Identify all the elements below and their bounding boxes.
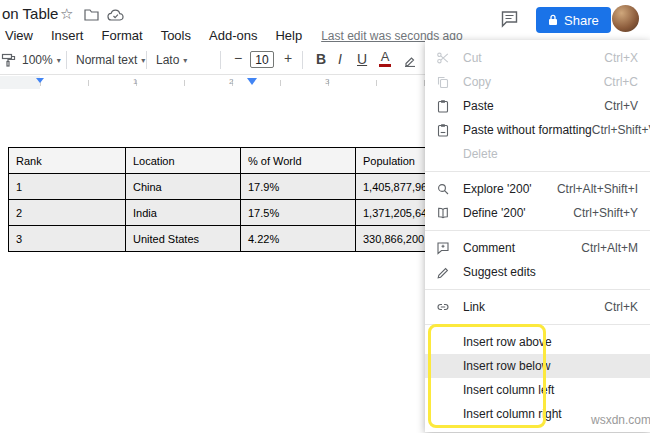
ruler-mark: 1 xyxy=(133,77,137,86)
clipboard-plain-icon xyxy=(435,123,451,137)
copy-icon xyxy=(435,75,451,89)
menu-item-insert-row-above[interactable]: Insert row above xyxy=(425,330,650,354)
menu-item-copy: Copy Ctrl+C xyxy=(425,70,650,94)
menu-format[interactable]: Format xyxy=(92,28,151,43)
menu-item-label: Paste without formatting xyxy=(463,123,592,137)
explore-search-icon xyxy=(435,182,451,196)
menu-divider xyxy=(425,230,650,231)
menu-item-shortcut: Ctrl+K xyxy=(604,300,638,314)
menu-item-label: Insert column left xyxy=(463,383,638,397)
paragraph-style-select[interactable]: Normal text▾ xyxy=(76,53,145,67)
menu-item-label: Comment xyxy=(463,241,581,255)
table-cell[interactable]: 17.9% xyxy=(241,174,356,200)
menu-item-delete: Delete xyxy=(425,142,650,166)
add-comment-icon xyxy=(435,241,451,255)
table-cell[interactable]: 17.5% xyxy=(241,200,356,226)
menu-item-label: Cut xyxy=(463,51,604,65)
lock-icon xyxy=(548,14,558,26)
table-cell[interactable]: 4.22% xyxy=(241,226,356,252)
watermark-text: wsxdn.com xyxy=(591,413,650,427)
menu-item-shortcut: Ctrl+Alt+M xyxy=(581,241,638,255)
context-menu: Cut Ctrl+X Copy Ctrl+C Paste Ctrl+V Past… xyxy=(425,40,650,432)
menu-view[interactable]: View xyxy=(0,28,42,43)
text-color-swatch xyxy=(379,64,391,67)
document-title[interactable]: on Table xyxy=(2,5,58,22)
menu-item-shortcut: Ctrl+V xyxy=(604,99,638,113)
menu-item-define[interactable]: Define '200' Ctrl+Shift+Y xyxy=(425,201,650,225)
menu-divider xyxy=(425,171,650,172)
toolbar-divider xyxy=(66,51,67,69)
move-folder-icon[interactable] xyxy=(84,8,99,21)
menu-item-suggest-edits[interactable]: Suggest edits xyxy=(425,260,650,284)
font-size-input[interactable]: 10 xyxy=(250,51,274,68)
increase-font-size-button[interactable]: + xyxy=(284,50,292,66)
italic-button[interactable]: I xyxy=(338,51,342,67)
menu-item-label: Define '200' xyxy=(463,206,573,220)
menu-item-cut: Cut Ctrl+X xyxy=(425,46,650,70)
share-button[interactable]: Share xyxy=(536,7,611,33)
menu-item-label: Suggest edits xyxy=(463,265,638,279)
star-icon[interactable]: ☆ xyxy=(60,5,73,23)
table-cell[interactable]: 2 xyxy=(9,200,126,226)
pencil-icon xyxy=(435,265,451,279)
menu-item-label: Delete xyxy=(463,147,638,161)
menu-item-explore[interactable]: Explore '200' Ctrl+Alt+Shift+I xyxy=(425,177,650,201)
ruler-margin-area xyxy=(0,76,40,89)
scissors-icon xyxy=(435,51,451,65)
toolbar-divider xyxy=(302,51,303,69)
link-icon xyxy=(435,300,451,314)
indent-marker[interactable] xyxy=(247,78,257,85)
menu-item-shortcut: Ctrl+Shift+V xyxy=(592,123,650,137)
bold-button[interactable]: B xyxy=(316,51,326,67)
menu-item-label: Insert row below xyxy=(463,359,638,373)
menu-item-paste[interactable]: Paste Ctrl+V xyxy=(425,94,650,118)
menu-item-shortcut: Ctrl+X xyxy=(604,51,638,65)
table-cell[interactable]: United States xyxy=(126,226,241,252)
table-header-cell[interactable]: Rank xyxy=(9,148,126,174)
share-label: Share xyxy=(564,13,599,28)
chevron-down-icon: ▾ xyxy=(183,56,187,65)
menu-tools[interactable]: Tools xyxy=(152,28,200,43)
menu-addons[interactable]: Add-ons xyxy=(200,28,266,43)
highlight-pen-icon[interactable] xyxy=(403,53,417,67)
font-select[interactable]: Lato▾ xyxy=(156,53,187,67)
menu-help[interactable]: Help xyxy=(266,28,311,43)
menu-insert[interactable]: Insert xyxy=(42,28,93,43)
menu-item-shortcut: Ctrl+Alt+Shift+I xyxy=(557,182,638,196)
table-cell[interactable]: China xyxy=(126,174,241,200)
toolbar-divider xyxy=(220,51,221,69)
cloud-saved-icon[interactable] xyxy=(107,9,125,21)
toolbar-divider xyxy=(146,51,147,69)
menu-item-paste-without-formatting[interactable]: Paste without formatting Ctrl+Shift+V xyxy=(425,118,650,142)
menu-item-link[interactable]: Link Ctrl+K xyxy=(425,295,650,319)
menu-item-shortcut: Ctrl+C xyxy=(604,75,638,89)
paint-format-icon[interactable] xyxy=(1,52,17,68)
comments-icon[interactable] xyxy=(500,10,519,28)
ruler-mark: 3 xyxy=(325,77,329,86)
chevron-down-icon: ▾ xyxy=(141,56,145,65)
menu-item-shortcut: Ctrl+Shift+Y xyxy=(573,206,638,220)
google-docs-window: on Table ☆ Share View Insert Format Tool… xyxy=(0,0,650,433)
menu-item-comment[interactable]: Comment Ctrl+Alt+M xyxy=(425,236,650,260)
account-avatar[interactable] xyxy=(612,5,639,32)
table-cell[interactable]: 3 xyxy=(9,226,126,252)
table-header-cell[interactable]: Location xyxy=(126,148,241,174)
zoom-select[interactable]: 100%▾ xyxy=(22,53,61,67)
menu-divider xyxy=(425,289,650,290)
book-icon xyxy=(435,206,451,220)
table-cell[interactable]: 1 xyxy=(9,174,126,200)
menu-bar: View Insert Format Tools Add-ons Help La… xyxy=(0,26,463,45)
ruler-mark: 2 xyxy=(229,77,233,86)
menu-item-insert-column-left[interactable]: Insert column left xyxy=(425,378,650,402)
underline-button[interactable]: U xyxy=(357,51,367,67)
menu-divider xyxy=(425,324,650,325)
menu-item-label: Explore '200' xyxy=(463,182,557,196)
indent-marker[interactable] xyxy=(36,78,44,83)
table-cell[interactable]: India xyxy=(126,200,241,226)
decrease-font-size-button[interactable]: − xyxy=(234,50,242,66)
table-header-cell[interactable]: % of World xyxy=(241,148,356,174)
clipboard-icon xyxy=(435,99,451,113)
text-color-button[interactable]: A xyxy=(379,50,391,67)
menu-item-label: Insert row above xyxy=(463,335,638,349)
menu-item-insert-row-below[interactable]: Insert row below xyxy=(425,354,650,378)
